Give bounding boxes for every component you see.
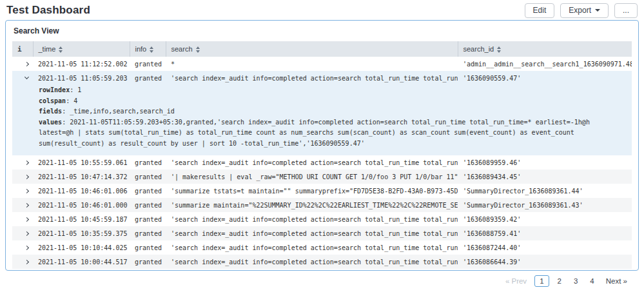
row-expand-toggle[interactable]: [12, 240, 33, 255]
sort-icon: [150, 46, 153, 53]
cell-search: 'search index=_audit info=completed acti…: [166, 240, 458, 255]
cell-info: granted: [130, 155, 166, 170]
cell-search: 'search index=_audit info=completed acti…: [166, 255, 458, 269]
edit-button-label: Edit: [533, 6, 547, 15]
row-expand-toggle[interactable]: [12, 226, 33, 240]
table-row: 2021-11-05 10:55:59.061granted'search in…: [12, 155, 632, 170]
page-title: Test Dashboard: [6, 4, 90, 17]
cell-search-id: 'SummaryDirector_1636089361.44': [458, 184, 632, 198]
cell-search-id: 'SummaryDirector_1636089361.43': [458, 198, 632, 212]
column-header-i: i: [12, 41, 33, 57]
detail-line-fields: fields: _time,info,search,search_id: [39, 106, 625, 117]
cell-info: granted: [130, 212, 166, 226]
chevron-right-icon: [24, 160, 29, 164]
row-detail-spacer: [12, 85, 33, 155]
detail-line-rowIndex: rowIndex: 1: [39, 85, 625, 96]
table-row: 2021-11-05 10:46:01.000granted'summarize…: [12, 198, 632, 212]
detail-line-colspan: colspan: 4: [39, 96, 625, 107]
toolbar: Edit Export ...: [525, 3, 638, 18]
cell-search: *: [166, 57, 458, 71]
cell-search-id: 'admin__admin__search__search1_163609097…: [458, 57, 632, 71]
chevron-right-icon: [24, 259, 29, 264]
pagination-prev[interactable]: « Prev: [502, 275, 530, 287]
export-button[interactable]: Export: [560, 3, 609, 18]
pagination-page-4[interactable]: 4: [586, 275, 598, 287]
cell-search: 'search index=_audit info=completed acti…: [166, 71, 458, 85]
edit-button[interactable]: Edit: [525, 3, 555, 18]
sort-icon: [59, 46, 63, 53]
row-detail-content: rowIndex: 1colspan: 4fields: _time,info,…: [33, 85, 632, 155]
cell-time: 2021-11-05 10:47:14.372: [33, 170, 130, 184]
cell-search-id: '1636089434.45': [458, 170, 632, 184]
detail-key: rowIndex: [39, 86, 70, 93]
cell-time: 2021-11-05 10:46:01.000: [33, 198, 130, 212]
cell-info: granted: [130, 226, 166, 240]
column-header-label: i: [17, 45, 22, 54]
pagination-page-1[interactable]: 1: [534, 275, 549, 287]
column-header-search_id[interactable]: search_id: [458, 41, 632, 57]
chevron-right-icon: [24, 202, 29, 207]
cell-time: 2021-11-05 10:00:44.517: [33, 255, 130, 269]
row-expand-toggle[interactable]: [12, 155, 33, 170]
table-row: 2021-11-05 10:10:44.025granted'search in…: [12, 240, 632, 255]
sort-icon: [196, 46, 200, 53]
cell-time: 2021-11-05 10:45:59.187: [33, 212, 130, 226]
pagination-page-3[interactable]: 3: [570, 275, 581, 287]
more-actions-label: ...: [623, 6, 629, 15]
cell-search: 'search index=_audit info=completed acti…: [166, 226, 458, 240]
cell-search-id: '1636086644.39': [458, 255, 632, 269]
cell-info: granted: [130, 57, 166, 71]
panel-title: Search View: [12, 26, 632, 35]
chevron-right-icon: [24, 217, 29, 221]
cell-info: granted: [130, 198, 166, 212]
row-detail: rowIndex: 1colspan: 4fields: _time,info,…: [12, 85, 632, 155]
cell-time: 2021-11-05 10:10:44.025: [33, 240, 130, 255]
cell-info: granted: [130, 170, 166, 184]
caret-down-icon: [595, 9, 600, 12]
column-header-info[interactable]: info: [130, 41, 166, 57]
cell-time: 2021-11-05 10:35:59.375: [33, 226, 130, 240]
chevron-right-icon: [24, 245, 29, 249]
table-header: i_timeinfosearchsearch_id: [12, 41, 632, 57]
cell-search: '| makeresults | eval _raw="METHOD URI C…: [166, 170, 458, 184]
row-expand-toggle[interactable]: [12, 255, 33, 269]
column-header-label: _time: [39, 45, 56, 53]
cell-search-id: '1636090559.47': [458, 71, 632, 85]
row-expand-toggle[interactable]: [12, 170, 33, 184]
chevron-right-icon: [24, 174, 29, 179]
column-header-search[interactable]: search: [166, 41, 458, 57]
pagination-page-2[interactable]: 2: [554, 275, 565, 287]
cell-search-id: '1636089959.46': [458, 155, 632, 170]
cell-info: granted: [130, 184, 166, 198]
table-row: 2021-11-05 10:46:01.006granted'summarize…: [12, 184, 632, 198]
top-bar: Test Dashboard Edit Export ...: [0, 0, 644, 20]
cell-info: granted: [130, 71, 166, 85]
row-expand-toggle[interactable]: [12, 184, 33, 198]
sort-icon: [497, 46, 501, 53]
more-actions-button[interactable]: ...: [614, 3, 638, 18]
cell-search: 'search index=_audit info=completed acti…: [166, 212, 458, 226]
row-expand-toggle[interactable]: [12, 57, 33, 71]
table-row: 2021-11-05 10:00:44.517granted'search in…: [12, 255, 632, 269]
pagination-pages: 1234: [534, 275, 598, 287]
pagination-next[interactable]: Next »: [603, 275, 630, 287]
cell-search-id: '1636089359.42': [458, 212, 632, 226]
cell-info: granted: [130, 240, 166, 255]
row-expand-toggle[interactable]: [12, 212, 33, 226]
pagination: « Prev 1234 Next »: [12, 275, 632, 287]
detail-key: fields: [39, 108, 62, 115]
column-header-label: info: [135, 45, 147, 53]
detail-line-values: values: 2021-11-05T11:05:59.203+05:30,gr…: [39, 117, 625, 150]
column-header-_time[interactable]: _time: [33, 41, 130, 57]
cell-time: 2021-11-05 10:55:59.061: [33, 155, 130, 170]
cell-time: 2021-11-05 11:05:59.203: [33, 71, 130, 85]
column-header-label: search_id: [463, 45, 494, 53]
table-row: 2021-11-05 10:47:14.372granted'| makeres…: [12, 170, 632, 184]
chevron-right-icon: [24, 188, 29, 193]
row-expand-toggle[interactable]: [12, 71, 33, 85]
row-expand-toggle[interactable]: [12, 198, 33, 212]
cell-search: 'summarize tstats=t maintain="" summaryp…: [166, 184, 458, 198]
results-table: i_timeinfosearchsearch_id 2021-11-05 11:…: [12, 41, 632, 269]
dashboard-panel: Search View i_timeinfosearchsearch_id 20…: [5, 20, 639, 271]
table-row: 2021-11-05 10:35:59.375granted'search in…: [12, 226, 632, 240]
